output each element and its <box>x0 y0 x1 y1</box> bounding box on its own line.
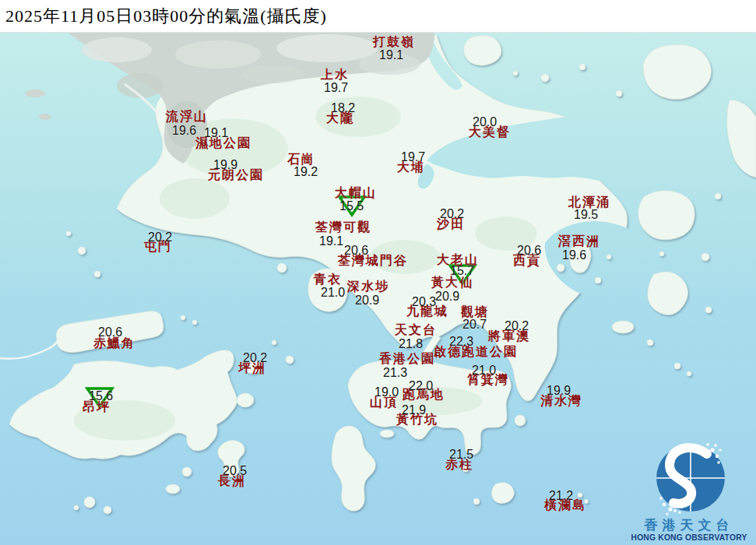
hko-logo: 香港天文台 HONG KONG OBSERVATORY <box>627 441 751 543</box>
hko-logo-name-cn: 香港天文台 <box>627 519 751 533</box>
hko-logo-name-en: HONG KONG OBSERVATORY <box>627 533 751 543</box>
title-bar: 2025年11月05日03時00分的氣溫(攝氏度) <box>0 0 756 33</box>
land-tsing-yi <box>308 269 348 311</box>
page-title: 2025年11月05日03時00分的氣溫(攝氏度) <box>0 5 327 28</box>
hko-logo-icon <box>627 441 751 515</box>
